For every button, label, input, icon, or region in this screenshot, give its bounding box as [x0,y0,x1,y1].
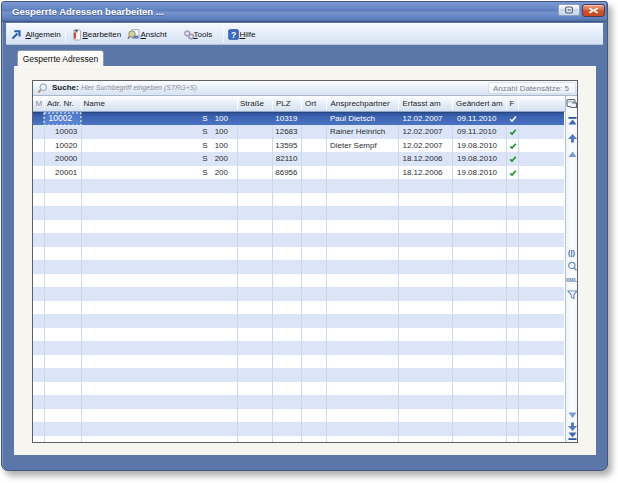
svg-text:?: ? [231,30,236,40]
